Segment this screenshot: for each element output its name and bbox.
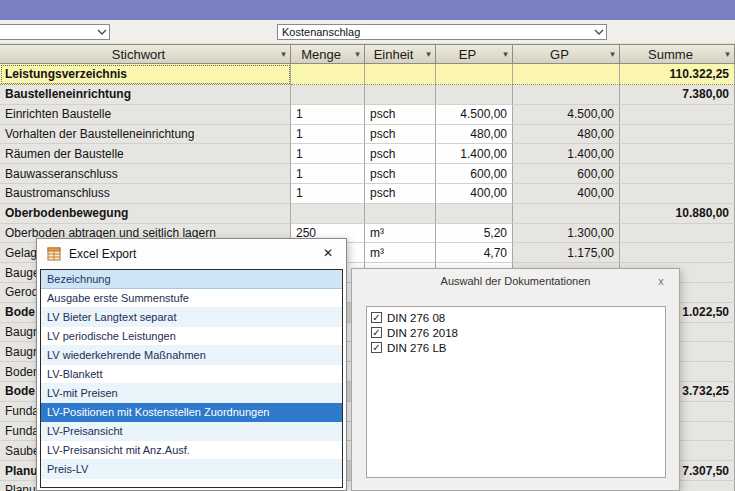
export-template-item[interactable]: LV-mit Preisen	[41, 384, 342, 403]
summe-cell[interactable]: 7.380,00	[620, 85, 735, 105]
menge-cell[interactable]: 1	[291, 125, 365, 145]
table-row[interactable]: Oberbodenbewegung10.880,00	[0, 204, 735, 224]
ep-cell[interactable]: 1.400,00	[436, 144, 513, 164]
close-icon[interactable]: ✕	[314, 241, 342, 265]
export-template-item[interactable]: LV-Positionen mit Kostenstellen Zuordnun…	[41, 403, 342, 422]
summe-cell[interactable]	[620, 105, 735, 125]
einheit-cell[interactable]	[365, 85, 436, 105]
summe-cell[interactable]	[620, 243, 735, 263]
summe-cell[interactable]	[620, 144, 735, 164]
export-template-item[interactable]: LV Bieter Langtext separat	[41, 308, 342, 327]
column-header-gp[interactable]: GP▾	[513, 44, 620, 64]
menge-cell[interactable]	[291, 85, 365, 105]
stichwort-cell[interactable]: Leistungsverzeichnis	[0, 64, 291, 85]
einheit-cell[interactable]: psch	[365, 164, 436, 184]
table-row[interactable]: Einrichten Baustelle1psch4.500,004.500,0…	[0, 105, 735, 125]
filter-dropdown-icon[interactable]: ▾	[277, 49, 290, 59]
ep-cell[interactable]	[436, 204, 513, 224]
export-template-item[interactable]: LV-Preisansicht mit Anz.Ausf.	[41, 441, 342, 460]
ep-cell[interactable]: 5,20	[436, 224, 513, 244]
einheit-cell[interactable]: psch	[365, 184, 436, 204]
list-column-header[interactable]: Bezeichnung	[41, 270, 342, 289]
export-template-item[interactable]: LV periodische Leistungen	[41, 327, 342, 346]
table-row[interactable]: Baustelleneinrichtung7.380,00	[0, 85, 735, 105]
filter-dropdown-icon[interactable]: ▾	[606, 49, 619, 59]
gp-cell[interactable]	[513, 64, 620, 85]
export-template-item[interactable]: LV-Preisansicht	[41, 422, 342, 441]
gp-cell[interactable]: 480,00	[513, 125, 620, 145]
summe-cell[interactable]	[620, 224, 735, 244]
summe-cell[interactable]: 10.880,00	[620, 204, 735, 224]
einheit-cell[interactable]: m³	[365, 224, 436, 244]
summe-cell[interactable]	[620, 125, 735, 145]
column-header-summe[interactable]: Summe▾	[620, 44, 735, 64]
gp-cell[interactable]	[513, 204, 620, 224]
table-row[interactable]: Leistungsverzeichnis110.322,25	[0, 64, 735, 85]
einheit-cell[interactable]: m³	[365, 243, 436, 263]
chevron-down-icon[interactable]	[592, 29, 606, 35]
gp-cell[interactable]: 1.400,00	[513, 144, 620, 164]
menge-cell[interactable]: 1	[291, 105, 365, 125]
summe-cell[interactable]: 110.322,25	[620, 64, 735, 85]
gp-cell[interactable]	[513, 85, 620, 105]
einheit-cell[interactable]	[365, 64, 436, 85]
chevron-down-icon[interactable]	[95, 29, 109, 35]
stichwort-cell[interactable]: Baustelleneinrichtung	[0, 85, 291, 105]
stichwort-cell[interactable]: Bauwasseranschluss	[0, 164, 291, 184]
filter-dropdown-icon[interactable]: ▾	[351, 49, 364, 59]
menge-cell[interactable]: 1	[291, 184, 365, 204]
gp-cell[interactable]: 1.300,00	[513, 224, 620, 244]
close-icon[interactable]: x	[653, 273, 669, 289]
stichwort-cell[interactable]: Oberbodenbewegung	[0, 204, 291, 224]
checkbox-checked-icon[interactable]: ✓	[371, 327, 382, 338]
einheit-cell[interactable]	[365, 204, 436, 224]
view-combobox[interactable]: Kostenanschlag	[277, 24, 607, 40]
summe-cell[interactable]	[620, 184, 735, 204]
column-header-ep[interactable]: EP▾	[436, 44, 513, 64]
ep-cell[interactable]: 4.500,00	[436, 105, 513, 125]
stichwort-cell[interactable]: Vorhalten der Baustelleneinrichtung	[0, 125, 291, 145]
einheit-cell[interactable]: psch	[365, 125, 436, 145]
table-row[interactable]: Bauwasseranschluss1psch600,00600,00	[0, 164, 735, 184]
filter-dropdown-icon[interactable]: ▾	[499, 49, 512, 59]
table-row[interactable]: Baustromanschluss1psch400,00400,00	[0, 184, 735, 204]
ep-cell[interactable]	[436, 64, 513, 85]
gp-cell[interactable]: 600,00	[513, 164, 620, 184]
export-template-item[interactable]: Preis-LV	[41, 460, 342, 479]
column-header-stichwort[interactable]: Stichwort▾	[0, 44, 291, 64]
left-combobox[interactable]	[0, 24, 110, 40]
einheit-cell[interactable]: psch	[365, 144, 436, 164]
menge-cell[interactable]: 1	[291, 164, 365, 184]
checkbox-checked-icon[interactable]: ✓	[371, 312, 382, 323]
ep-cell[interactable]: 480,00	[436, 125, 513, 145]
ep-cell[interactable]: 400,00	[436, 184, 513, 204]
filter-dropdown-icon[interactable]: ▾	[721, 49, 734, 59]
gp-cell[interactable]: 4.500,00	[513, 105, 620, 125]
column-header-einheit[interactable]: Einheit▾	[365, 44, 436, 64]
stichwort-cell[interactable]: Baustromanschluss	[0, 184, 291, 204]
checkbox-checked-icon[interactable]: ✓	[371, 342, 382, 353]
excel-export-titlebar[interactable]: Excel Export	[37, 239, 346, 269]
ep-cell[interactable]: 600,00	[436, 164, 513, 184]
documentation-option[interactable]: ✓DIN 276 08	[371, 310, 661, 325]
stichwort-cell[interactable]: Einrichten Baustelle	[0, 105, 291, 125]
stichwort-cell[interactable]: Räumen der Baustelle	[0, 144, 291, 164]
table-row[interactable]: Vorhalten der Baustelleneinrichtung1psch…	[0, 125, 735, 145]
column-header-menge[interactable]: Menge▾	[291, 44, 365, 64]
summe-cell[interactable]	[620, 164, 735, 184]
gp-cell[interactable]: 1.175,00	[513, 243, 620, 263]
einheit-cell[interactable]: psch	[365, 105, 436, 125]
documentation-option[interactable]: ✓DIN 276 2018	[371, 325, 661, 340]
ep-cell[interactable]	[436, 85, 513, 105]
filter-dropdown-icon[interactable]: ▾	[422, 49, 435, 59]
export-template-item[interactable]: Ausgabe erste Summenstufe	[41, 289, 342, 308]
menge-cell[interactable]	[291, 64, 365, 85]
table-row[interactable]: Räumen der Baustelle1psch1.400,001.400,0…	[0, 144, 735, 164]
menge-cell[interactable]	[291, 204, 365, 224]
gp-cell[interactable]: 400,00	[513, 184, 620, 204]
export-template-item[interactable]: LV wiederkehrende Maßnahmen	[41, 346, 342, 365]
ep-cell[interactable]: 4,70	[436, 243, 513, 263]
export-template-item[interactable]: LV-Blankett	[41, 365, 342, 384]
documentation-option[interactable]: ✓DIN 276 LB	[371, 340, 661, 355]
menge-cell[interactable]: 1	[291, 144, 365, 164]
